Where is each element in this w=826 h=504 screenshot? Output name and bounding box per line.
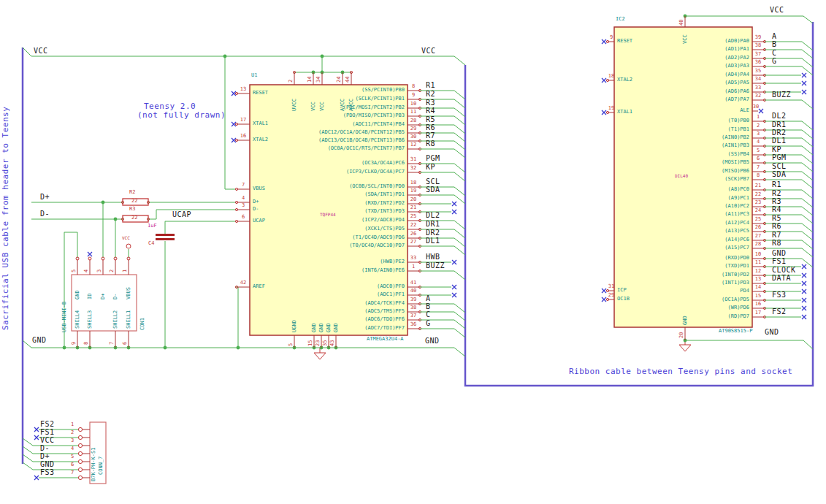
pin-end-circle xyxy=(78,443,82,447)
con1-pin-number: 4 xyxy=(83,270,89,272)
ic2-pin-number: 33 xyxy=(755,85,761,91)
u1-pin-name: (ADC5/TMS)PF5 xyxy=(259,309,405,314)
wire xyxy=(802,232,813,240)
net-label-gnd: GND xyxy=(425,337,440,345)
junction-dot xyxy=(63,346,66,350)
junction-dot xyxy=(164,346,167,350)
wire xyxy=(802,121,813,130)
net-label: DL2 xyxy=(772,112,787,120)
no-connect-icon xyxy=(802,289,806,294)
net-label: SDA xyxy=(772,171,787,178)
con1-value: USB-MINI-B xyxy=(61,302,67,332)
wire xyxy=(802,146,813,155)
net-label: GND xyxy=(772,250,787,257)
ic2-pin-name: (SCK)PB7 xyxy=(603,177,749,182)
conn7-pin-number: 4 xyxy=(71,446,74,451)
u1-pin-name: (SDA/INT1)PD1 xyxy=(259,192,405,197)
wire xyxy=(454,229,465,238)
u1-pin-number: 34 xyxy=(316,77,321,83)
pin-end-circle xyxy=(78,451,82,455)
conn7-reference: CONN_7 xyxy=(98,457,104,475)
u1-pin-number: 42 xyxy=(240,280,246,286)
junction-dot xyxy=(223,55,227,58)
ic2-pin-name: RESET xyxy=(617,39,632,44)
net-label: PGM xyxy=(426,155,440,162)
pin-end-circle xyxy=(78,427,82,431)
net-label: FS2 xyxy=(772,308,787,316)
u1-pin-name: (HWB)PE2 xyxy=(259,259,405,264)
u1-pin-number: 9 xyxy=(412,93,415,98)
net-label-dplus: D+ xyxy=(40,194,50,201)
u1-pin-number: 26 xyxy=(410,232,416,237)
ic2-pin-number: 20 xyxy=(678,332,684,338)
net-label: A xyxy=(426,295,431,302)
no-connect-icon xyxy=(802,73,806,77)
u1-pin-name: (T0/OC4D/ADC10)PD7 xyxy=(259,243,405,248)
wire xyxy=(454,125,465,134)
wire xyxy=(454,164,465,172)
ic2-pin-number: 3 xyxy=(757,131,760,137)
u1-pin-name: (RXD/INT2)PD2 xyxy=(259,201,405,206)
no-connect-icon xyxy=(759,109,763,113)
ic2-pin-name: (AIN1)PB3 xyxy=(603,143,749,148)
wire xyxy=(802,248,813,257)
net-label: FS1 xyxy=(40,429,55,436)
gnd-power-symbol xyxy=(314,348,326,359)
u1-pin-number: 15 xyxy=(307,340,313,346)
net-label-gnd: GND xyxy=(32,337,47,344)
con1-pin-name: D+ xyxy=(100,294,106,299)
u1-pin-number: 10 xyxy=(410,102,416,107)
u1-pin-number: 38 xyxy=(410,305,416,310)
ic2-pin-number: 17 xyxy=(755,310,761,316)
u1-pin-number: 36 xyxy=(410,322,416,327)
net-label: FS3 xyxy=(40,469,55,476)
net-label: A xyxy=(772,33,777,40)
ic2-pin-number: 39 xyxy=(755,35,761,40)
con1-pin-name: VBUS xyxy=(126,287,131,299)
conn7-pin-number: 7 xyxy=(71,470,74,476)
ic2-pin-name: (T1)PB1 xyxy=(603,127,749,132)
net-label: D+ xyxy=(40,453,50,460)
u1-pin-name: (ADC6/TDO)PF6 xyxy=(259,317,405,322)
net-label: DR1 xyxy=(772,121,787,129)
conn7-pin-number: 2 xyxy=(71,430,74,435)
r2-reference: R2 xyxy=(129,190,135,195)
u1-pin-name: AVCC xyxy=(340,99,345,111)
ic2-pin-number: 23 xyxy=(755,200,761,205)
ic2-pin-number: 34 xyxy=(755,77,761,82)
net-label-vcc: VCC xyxy=(770,7,784,14)
con1-pin-number: 8 xyxy=(83,342,89,345)
ic2-pin-name: OC1B xyxy=(617,297,630,302)
no-connect-icon xyxy=(34,476,39,480)
ic2-pin-name: GND xyxy=(682,316,688,325)
wire xyxy=(454,141,465,150)
no-connect-icon xyxy=(802,281,806,286)
ic2-pin-name: (SS)PB4 xyxy=(603,152,749,157)
no-connect-icon xyxy=(802,273,806,278)
wire xyxy=(802,224,813,232)
ic2-value: AT90S8515-P xyxy=(719,329,752,334)
wire xyxy=(802,100,813,109)
con1-pin-number: 6 xyxy=(122,342,128,345)
vcc-power-symbol xyxy=(126,244,131,248)
ic2-pin-name: (T0)PB0 xyxy=(603,118,749,123)
ic2-pin-number: 32 xyxy=(755,93,761,99)
wire xyxy=(23,47,31,56)
ic2-pin-number: 26 xyxy=(755,225,761,230)
wire xyxy=(802,58,813,67)
wire xyxy=(454,187,465,196)
no-connect-icon xyxy=(452,293,456,297)
net-label: KP xyxy=(772,146,781,153)
no-connect-icon xyxy=(802,298,806,302)
con1-pin-name: D- xyxy=(112,294,118,299)
u1-pin-number: 19 xyxy=(410,188,416,194)
pin-end-circle xyxy=(78,459,82,463)
wire xyxy=(803,16,813,23)
ic2-pin-number: 22 xyxy=(755,192,761,197)
wire xyxy=(23,340,31,348)
u1-pin-number: 23 xyxy=(315,340,321,346)
u1-pin-name: GND xyxy=(311,323,317,332)
wire xyxy=(802,240,813,249)
conn7-value: B7K-PH-K-S1 xyxy=(91,448,96,481)
net-label: CLOCK xyxy=(772,267,796,274)
